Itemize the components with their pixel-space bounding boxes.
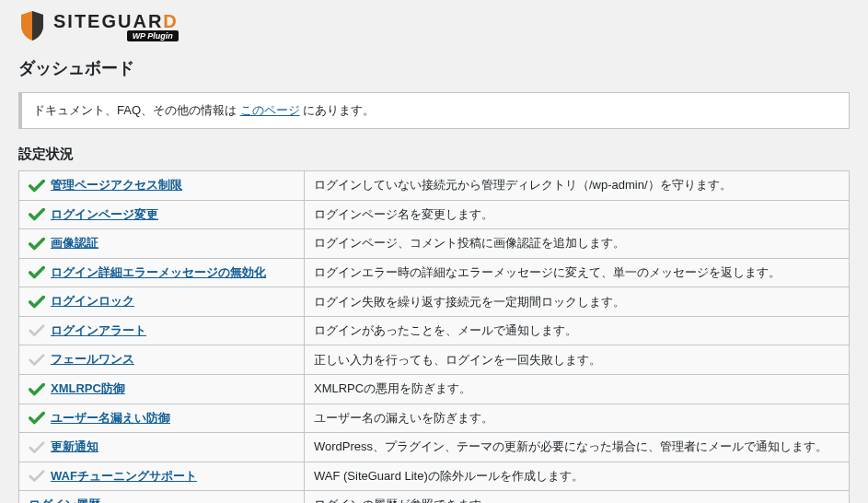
setting-description: ログインページ、コメント投稿に画像認証を追加します。	[305, 229, 850, 259]
check-enabled-icon	[29, 294, 47, 310]
setting-label-cell: WAFチューニングサポート	[19, 462, 305, 491]
check-enabled-icon	[29, 206, 47, 223]
setting-label-cell: ログインロック	[19, 287, 305, 317]
notice-prefix: ドキュメント、FAQ、その他の情報は	[33, 103, 240, 117]
brand-subtitle: WP Plugin	[127, 30, 179, 41]
setting-link[interactable]: 更新通知	[51, 439, 98, 453]
page-title: ダッシュボード	[18, 57, 850, 79]
setting-link[interactable]: XMLRPC防御	[51, 381, 125, 395]
setting-label-cell: フェールワンス	[19, 345, 305, 375]
table-row: WAFチューニングサポートWAF (SiteGuard Lite)の除外ルールを…	[19, 462, 850, 491]
info-notice: ドキュメント、FAQ、その他の情報は このページ にあります。	[18, 92, 850, 129]
setting-label-cell: ログイン詳細エラーメッセージの無効化	[19, 258, 305, 287]
table-row: 管理ページアクセス制限ログインしていない接続元から管理ディレクトリ（/wp-ad…	[19, 171, 850, 201]
setting-label-cell: 画像認証	[19, 229, 305, 259]
setting-label-cell: ログイン履歴	[19, 491, 305, 503]
check-disabled-icon	[29, 322, 47, 339]
setting-link[interactable]: ユーザー名漏えい防御	[51, 411, 170, 425]
brand-title: SITEGUARD	[53, 11, 179, 32]
setting-link[interactable]: ログイン詳細エラーメッセージの無効化	[51, 265, 266, 279]
notice-suffix: にあります。	[300, 103, 376, 117]
table-row: 画像認証ログインページ、コメント投稿に画像認証を追加します。	[19, 229, 850, 259]
table-row: ログインアラートログインがあったことを、メールで通知します。	[19, 316, 850, 345]
check-enabled-icon	[29, 236, 47, 252]
setting-description: WAF (SiteGuard Lite)の除外ルールを作成します。	[305, 462, 850, 491]
setting-label-cell: ログインページ変更	[19, 200, 305, 229]
shield-icon	[18, 9, 46, 42]
setting-link[interactable]: フェールワンス	[51, 352, 134, 366]
check-disabled-icon	[29, 352, 47, 368]
table-row: 更新通知WordPress、プラグイン、テーマの更新が必要になった場合に、管理者…	[19, 433, 850, 462]
setting-link[interactable]: WAFチューニングサポート	[51, 469, 197, 483]
setting-description: XMLRPCの悪用を防ぎます。	[305, 374, 850, 404]
setting-link[interactable]: ログイン履歴	[29, 497, 100, 503]
setting-description: ログインエラー時の詳細なエラーメッセージに変えて、単一のメッセージを返します。	[305, 258, 850, 287]
setting-link[interactable]: 管理ページアクセス制限	[51, 178, 182, 192]
setting-description: ユーザー名の漏えいを防ぎます。	[305, 404, 850, 433]
setting-label-cell: ログインアラート	[19, 316, 305, 345]
table-row: ログイン履歴ログインの履歴が参照できます。	[19, 491, 850, 503]
setting-description: ログインがあったことを、メールで通知します。	[305, 316, 850, 345]
setting-description: ログインページ名を変更します。	[305, 200, 850, 229]
settings-table: 管理ページアクセス制限ログインしていない接続元から管理ディレクトリ（/wp-ad…	[18, 170, 850, 503]
table-row: ユーザー名漏えい防御ユーザー名の漏えいを防ぎます。	[19, 404, 850, 433]
section-title: 設定状況	[18, 146, 850, 163]
setting-label-cell: 更新通知	[19, 433, 305, 462]
check-enabled-icon	[29, 264, 47, 281]
table-row: フェールワンス正しい入力を行っても、ログインを一回失敗します。	[19, 345, 850, 375]
setting-label-cell: ユーザー名漏えい防御	[19, 404, 305, 433]
docs-link[interactable]: このページ	[240, 103, 300, 117]
setting-description: WordPress、プラグイン、テーマの更新が必要になった場合に、管理者にメール…	[305, 433, 850, 462]
check-enabled-icon	[29, 410, 47, 427]
setting-description: 正しい入力を行っても、ログインを一回失敗します。	[305, 345, 850, 375]
setting-description: ログインしていない接続元から管理ディレクトリ（/wp-admin/）を守ります。	[305, 171, 850, 201]
table-row: ログイン詳細エラーメッセージの無効化ログインエラー時の詳細なエラーメッセージに変…	[19, 258, 850, 287]
brand-logo: SITEGUARD WP Plugin	[18, 9, 850, 42]
setting-description: ログインの履歴が参照できます。	[305, 491, 850, 503]
setting-link[interactable]: ログインアラート	[51, 323, 146, 337]
check-enabled-icon	[29, 178, 47, 194]
setting-link[interactable]: ログインページ変更	[51, 207, 158, 221]
check-disabled-icon	[29, 439, 47, 456]
setting-link[interactable]: ログインロック	[51, 294, 134, 308]
table-row: ログインロックログイン失敗を繰り返す接続元を一定期間ロックします。	[19, 287, 850, 317]
setting-label-cell: XMLRPC防御	[19, 374, 305, 404]
setting-label-cell: 管理ページアクセス制限	[19, 171, 305, 201]
check-enabled-icon	[29, 381, 47, 398]
table-row: ログインページ変更ログインページ名を変更します。	[19, 200, 850, 229]
setting-link[interactable]: 画像認証	[51, 236, 98, 250]
setting-description: ログイン失敗を繰り返す接続元を一定期間ロックします。	[305, 287, 850, 317]
check-disabled-icon	[29, 468, 47, 485]
table-row: XMLRPC防御XMLRPCの悪用を防ぎます。	[19, 374, 850, 404]
brand-text: SITEGUARD WP Plugin	[53, 11, 179, 41]
